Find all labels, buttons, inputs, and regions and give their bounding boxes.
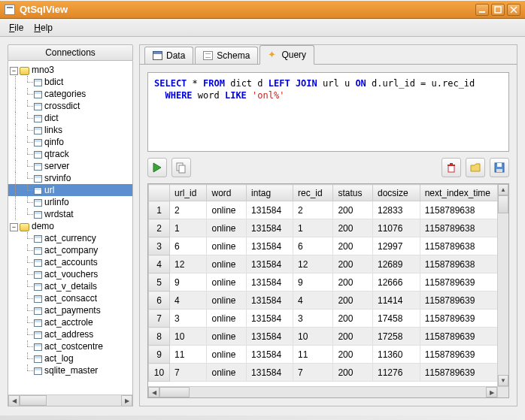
tree-table-act_currency[interactable]: act_currency [8, 232, 132, 244]
column-header[interactable]: docsize [372, 185, 420, 201]
row-header[interactable]: 4 [149, 255, 170, 273]
menu-file[interactable]: File [5, 21, 28, 35]
grid-cell[interactable]: 200 [333, 346, 373, 364]
scroll-up-button[interactable]: ▲ [498, 184, 508, 195]
tree-table-sqlite_master[interactable]: sqlite_master [8, 364, 132, 376]
grid-cell[interactable]: 10 [170, 328, 207, 346]
grid-cell[interactable]: 2 [170, 201, 207, 219]
grid-cell[interactable]: 11 [170, 346, 207, 364]
tree-table-dict[interactable]: dict [8, 112, 132, 124]
tree-table-bdict[interactable]: bdict [8, 76, 132, 88]
grid-scroll-right-button[interactable]: ▶ [486, 387, 497, 397]
tab-data[interactable]: Data [144, 47, 193, 64]
open-sql-button[interactable] [466, 158, 485, 177]
grid-v-scrollbar[interactable]: ▲ ▼ [497, 184, 508, 386]
grid-scroll-left-button[interactable]: ◀ [148, 387, 159, 397]
minimize-button[interactable] [475, 4, 489, 16]
scroll-left-button[interactable]: ◀ [8, 395, 20, 406]
tree-table-act_company[interactable]: act_company [8, 244, 132, 256]
tree-expander[interactable]: − [10, 67, 18, 75]
grid-cell[interactable]: online [207, 364, 247, 382]
grid-cell[interactable]: 12689 [372, 255, 420, 273]
grid-cell[interactable]: 1 [170, 219, 207, 237]
grid-cell[interactable]: 12833 [372, 201, 420, 219]
row-header[interactable]: 6 [149, 292, 170, 310]
grid-cell[interactable]: 7 [293, 364, 333, 382]
row-header[interactable]: 9 [149, 346, 170, 364]
grid-cell[interactable]: 1158789639 [420, 292, 508, 310]
grid-cell[interactable]: 1158789638 [420, 219, 508, 237]
grid-cell[interactable]: 1158789638 [420, 201, 508, 219]
results-grid[interactable]: url_idwordintagrec_idstatusdocsizenext_i… [148, 184, 508, 382]
grid-cell[interactable]: 131584 [247, 328, 293, 346]
grid-h-scrollbar[interactable]: ◀ ▶ [148, 386, 497, 397]
grid-v-thumb[interactable] [498, 195, 508, 213]
grid-cell[interactable]: online [207, 292, 247, 310]
scroll-right-button[interactable]: ▶ [121, 395, 132, 406]
tree-db-mno3[interactable]: − mno3 [8, 64, 132, 76]
grid-cell[interactable]: 9 [170, 273, 207, 292]
grid-cell[interactable]: 3 [293, 310, 333, 328]
grid-cell[interactable]: 6 [170, 237, 207, 255]
tree-table-server[interactable]: server [8, 160, 132, 172]
grid-cell[interactable]: 131584 [247, 255, 293, 273]
close-button[interactable] [507, 4, 520, 16]
grid-cell[interactable]: online [207, 255, 247, 273]
grid-cell[interactable]: 200 [333, 364, 373, 382]
grid-cell[interactable]: 1158789638 [420, 255, 508, 273]
grid-cell[interactable]: 200 [333, 292, 373, 310]
connections-tree[interactable]: − mno3bdictcategoriescrossdictdictlinksq… [8, 61, 133, 406]
grid-cell[interactable]: 131584 [247, 292, 293, 310]
tree-table-act_costcentre[interactable]: act_costcentre [8, 340, 132, 352]
column-header[interactable]: url_id [170, 185, 207, 201]
grid-cell[interactable]: 1158789639 [420, 346, 508, 364]
row-header[interactable]: 8 [149, 328, 170, 346]
grid-cell[interactable]: 12666 [372, 273, 420, 292]
grid-cell[interactable]: online [207, 219, 247, 237]
tree-table-act_log[interactable]: act_log [8, 352, 132, 364]
grid-cell[interactable]: 17458 [372, 310, 420, 328]
grid-cell[interactable]: online [207, 328, 247, 346]
row-header[interactable]: 1 [149, 201, 170, 219]
grid-cell[interactable]: 131584 [247, 201, 293, 219]
grid-cell[interactable]: 11276 [372, 364, 420, 382]
grid-cell[interactable]: 3 [170, 310, 207, 328]
grid-cell[interactable]: 131584 [247, 219, 293, 237]
grid-cell[interactable]: 12997 [372, 237, 420, 255]
tree-table-wrdstat[interactable]: wrdstat [8, 208, 132, 220]
tree-table-srvinfo[interactable]: srvinfo [8, 172, 132, 184]
tree-table-act_address[interactable]: act_address [8, 328, 132, 340]
clear-results-button[interactable] [442, 158, 461, 177]
row-header[interactable]: 5 [149, 273, 170, 292]
grid-cell[interactable]: 11414 [372, 292, 420, 310]
tree-h-thumb[interactable] [20, 395, 47, 406]
row-header[interactable]: 3 [149, 237, 170, 255]
tree-table-act_consacct[interactable]: act_consacct [8, 292, 132, 304]
grid-cell[interactable]: 17258 [372, 328, 420, 346]
grid-cell[interactable]: 11076 [372, 219, 420, 237]
tree-table-links[interactable]: links [8, 124, 132, 136]
grid-cell[interactable]: 1 [293, 219, 333, 237]
grid-cell[interactable]: 4 [293, 292, 333, 310]
grid-cell[interactable]: 1158789639 [420, 328, 508, 346]
row-header[interactable]: 7 [149, 310, 170, 328]
tree-expander[interactable]: − [10, 223, 18, 231]
column-header[interactable]: rec_id [293, 185, 333, 201]
menu-help[interactable]: Help [29, 21, 57, 35]
maximize-button[interactable] [491, 4, 505, 16]
row-header[interactable]: 10 [149, 364, 170, 382]
grid-cell[interactable]: 12 [293, 255, 333, 273]
grid-cell[interactable]: 131584 [247, 364, 293, 382]
tree-table-qinfo[interactable]: qinfo [8, 136, 132, 148]
tree-table-urlinfo[interactable]: urlinfo [8, 196, 132, 208]
grid-cell[interactable]: 200 [333, 310, 373, 328]
grid-cell[interactable]: 10 [293, 328, 333, 346]
run-query-button[interactable] [147, 158, 167, 177]
save-sql-button[interactable] [490, 158, 509, 177]
grid-cell[interactable]: 11360 [372, 346, 420, 364]
tree-table-act_accounts[interactable]: act_accounts [8, 256, 132, 268]
grid-cell[interactable]: 1158789639 [420, 310, 508, 328]
grid-cell[interactable]: 131584 [247, 310, 293, 328]
tree-table-act_vouchers[interactable]: act_vouchers [8, 268, 132, 280]
grid-cell[interactable]: 1158789639 [420, 364, 508, 382]
